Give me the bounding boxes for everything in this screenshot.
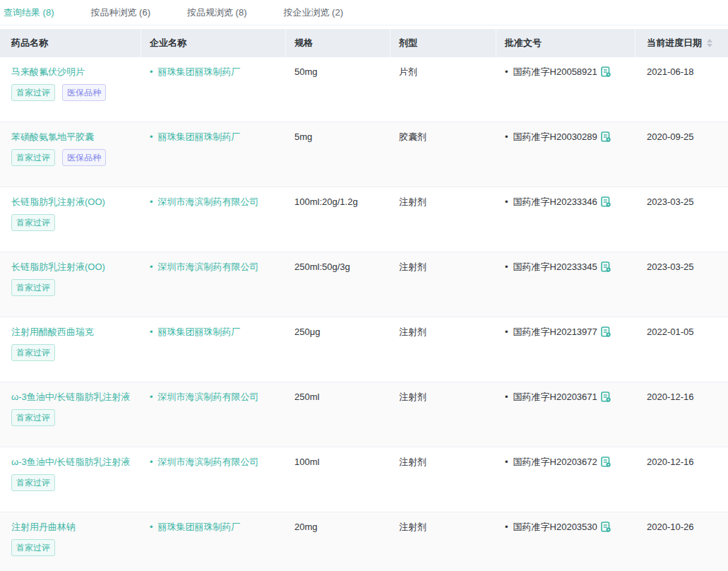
drug-name-link[interactable]: ω-3鱼油中/长链脂肪乳注射液 [11, 392, 130, 402]
form-cell: 注射剂 [390, 187, 496, 252]
caret-up-icon [707, 39, 712, 42]
company-bullet-icon: • [150, 522, 153, 532]
table-header-row: 药品名称 企业名称 规格 剂型 批准文号 当前进度日期 [0, 29, 728, 57]
caret-down-icon [707, 44, 712, 47]
tag-list: 首家过评医保品种 [11, 84, 136, 101]
form-cell: 注射剂 [390, 447, 496, 512]
company-bullet-icon: • [150, 131, 153, 142]
form-cell: 注射剂 [390, 317, 496, 382]
approval-document-icon[interactable] [601, 325, 611, 339]
company-cell: •丽珠集团丽珠制药厂 [141, 122, 286, 187]
header-company-name: 企业名称 [141, 29, 286, 57]
tab-by-company[interactable]: 按企业浏览 (2) [284, 6, 344, 19]
company-link[interactable]: 深圳市海滨制药有限公司 [158, 196, 259, 207]
company-cell: •深圳市海滨制药有限公司 [141, 187, 286, 252]
header-progress-date: 当前进度日期 [635, 29, 728, 57]
tag-list: 首家过评 [11, 409, 136, 426]
drug-name-link[interactable]: 长链脂肪乳注射液(OO) [11, 261, 105, 272]
spec-cell: 250μg [286, 317, 390, 382]
company-bullet-icon: • [150, 326, 153, 337]
drug-cell: ω-3鱼油中/长链脂肪乳注射液 首家过评 [0, 382, 141, 447]
tab-by-variety[interactable]: 按品种浏览 (6) [91, 6, 151, 19]
date-cell: 2023-03-25 [635, 187, 728, 252]
drug-name-link[interactable]: ω-3鱼油中/长链脂肪乳注射液 [11, 457, 130, 467]
table-row: 长链脂肪乳注射液(OO) 首家过评 •深圳市海滨制药有限公司 250ml:50g… [0, 252, 728, 317]
approval-bullet-icon: • [505, 261, 508, 272]
company-link[interactable]: 丽珠集团丽珠制药厂 [158, 326, 241, 337]
approval-document-icon[interactable] [601, 65, 611, 79]
date-cell: 2020-09-25 [635, 122, 728, 187]
approval-bullet-icon: • [505, 131, 508, 142]
tag-badge-purple: 医保品种 [62, 149, 106, 166]
tag-badge-purple: 医保品种 [62, 84, 106, 101]
drug-name-link[interactable]: 注射用丹曲林钠 [11, 522, 76, 532]
drug-cell: 长链脂肪乳注射液(OO) 首家过评 [0, 187, 141, 252]
company-cell: •深圳市海滨制药有限公司 [141, 447, 286, 512]
approval-bullet-icon: • [505, 66, 508, 77]
date-cell: 2021-06-18 [635, 57, 728, 122]
approval-document-icon[interactable] [601, 455, 611, 469]
drug-name-link[interactable]: 苯磺酸氨氯地平胶囊 [11, 131, 94, 142]
company-link[interactable]: 深圳市海滨制药有限公司 [158, 392, 259, 402]
company-link[interactable]: 丽珠集团丽珠制药厂 [158, 66, 241, 77]
form-cell: 胶囊剂 [390, 122, 496, 187]
spec-cell: 20mg [286, 512, 390, 571]
approval-cell: •国药准字H20030289 [496, 122, 635, 187]
approval-document-icon[interactable] [601, 260, 611, 274]
company-cell: •丽珠集团丽珠制药厂 [141, 57, 286, 122]
tag-badge-teal: 首家过评 [11, 409, 55, 426]
drug-name-link[interactable]: 马来酸氟伏沙明片 [11, 66, 85, 77]
approval-number: 国药准字H20058921 [513, 66, 597, 77]
spec-cell: 250ml [286, 382, 390, 447]
form-cell: 注射剂 [390, 512, 496, 571]
tag-badge-teal: 首家过评 [11, 214, 55, 231]
company-link[interactable]: 丽珠集团丽珠制药厂 [158, 131, 241, 142]
company-link[interactable]: 深圳市海滨制药有限公司 [158, 261, 259, 272]
table-row: ω-3鱼油中/长链脂肪乳注射液 首家过评 •深圳市海滨制药有限公司 250ml … [0, 382, 728, 447]
table-row: 马来酸氟伏沙明片 首家过评医保品种 •丽珠集团丽珠制药厂 50mg 片剂 •国药… [0, 57, 728, 122]
tab-by-spec[interactable]: 按品规浏览 (8) [187, 6, 247, 19]
drug-name-link[interactable]: 注射用醋酸西曲瑞克 [11, 326, 94, 337]
form-cell: 注射剂 [390, 252, 496, 317]
company-bullet-icon: • [150, 196, 153, 207]
tab-bar: 查询结果 (8) 按品种浏览 (6) 按品规浏览 (8) 按企业浏览 (2) [0, 0, 728, 25]
tag-list: 首家过评医保品种 [11, 149, 136, 166]
drug-name-link[interactable]: 长链脂肪乳注射液(OO) [11, 196, 105, 207]
company-cell: •丽珠集团丽珠制药厂 [141, 512, 286, 571]
company-link[interactable]: 丽珠集团丽珠制药厂 [158, 522, 241, 532]
approval-document-icon[interactable] [601, 390, 611, 404]
company-bullet-icon: • [150, 261, 153, 272]
approval-cell: •国药准字H20233345 [496, 252, 635, 317]
approval-document-icon[interactable] [601, 520, 611, 534]
spec-cell: 100ml [286, 447, 390, 512]
tag-list: 首家过评 [11, 539, 136, 556]
drug-cell: 注射用醋酸西曲瑞克 首家过评 [0, 317, 141, 382]
table-row: 苯磺酸氨氯地平胶囊 首家过评医保品种 •丽珠集团丽珠制药厂 5mg 胶囊剂 •国… [0, 122, 728, 187]
approval-bullet-icon: • [505, 326, 508, 337]
header-progress-date-label: 当前进度日期 [647, 37, 702, 49]
approval-bullet-icon: • [505, 457, 508, 467]
spec-cell: 250ml:50g/3g [286, 252, 390, 317]
sort-caret-icon[interactable] [707, 39, 712, 47]
table-row: 长链脂肪乳注射液(OO) 首家过评 •深圳市海滨制药有限公司 100ml:20g… [0, 187, 728, 252]
approval-document-icon[interactable] [601, 195, 611, 209]
approval-cell: •国药准字H20058921 [496, 57, 635, 122]
tab-query-results[interactable]: 查询结果 (8) [4, 6, 54, 19]
approval-number: 国药准字H20233345 [513, 261, 597, 272]
company-link[interactable]: 深圳市海滨制药有限公司 [158, 457, 259, 467]
approval-cell: •国药准字H20233346 [496, 187, 635, 252]
approval-document-icon[interactable] [601, 130, 611, 144]
spec-cell: 5mg [286, 122, 390, 187]
tag-list: 首家过评 [11, 214, 136, 231]
header-approval-no: 批准文号 [496, 29, 635, 57]
approval-number: 国药准字H20213977 [513, 326, 597, 337]
company-bullet-icon: • [150, 457, 153, 467]
table-row: 注射用醋酸西曲瑞克 首家过评 •丽珠集团丽珠制药厂 250μg 注射剂 •国药准… [0, 317, 728, 382]
tag-list: 首家过评 [11, 344, 136, 361]
form-cell: 片剂 [390, 57, 496, 122]
tag-badge-teal: 首家过评 [11, 344, 55, 361]
tag-badge-teal: 首家过评 [11, 149, 55, 166]
company-cell: •丽珠集团丽珠制药厂 [141, 317, 286, 382]
date-cell: 2020-12-16 [635, 447, 728, 512]
table-row: ω-3鱼油中/长链脂肪乳注射液 首家过评 •深圳市海滨制药有限公司 100ml … [0, 447, 728, 512]
